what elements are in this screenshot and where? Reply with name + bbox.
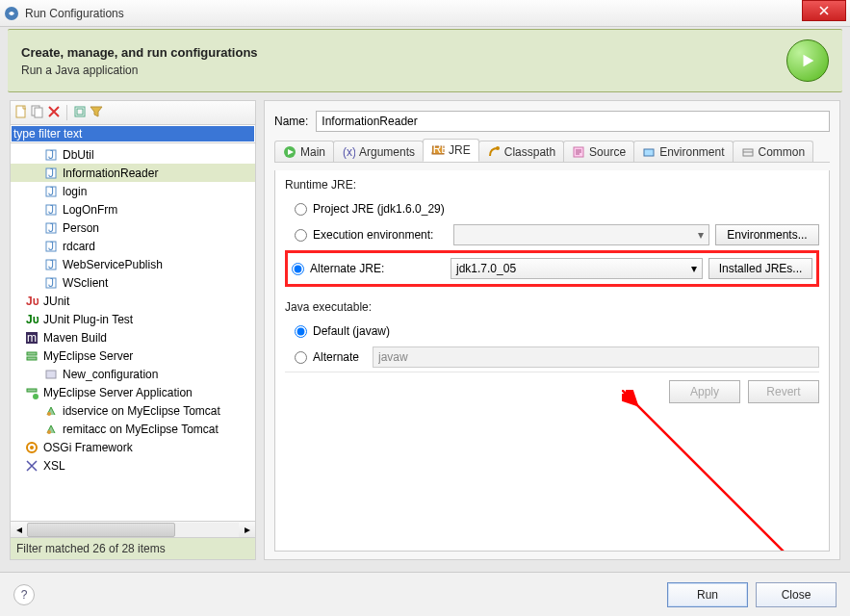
chevron-down-icon: ▾ — [698, 228, 704, 242]
tree-item-label: DbUtil — [63, 148, 94, 162]
exec-env-radio[interactable] — [295, 229, 307, 242]
chevron-down-icon: ▾ — [691, 262, 697, 275]
svg-point-34 — [30, 446, 34, 449]
jre-icon: JRE — [431, 143, 445, 157]
app-icon — [4, 6, 19, 21]
duplicate-config-icon[interactable] — [31, 105, 44, 121]
tree-item[interactable]: JυJUnit Plug-in Test — [11, 310, 255, 328]
svg-text:(x)=: (x)= — [343, 145, 355, 159]
svg-line-44 — [622, 390, 805, 552]
new-config-icon[interactable] — [14, 105, 28, 121]
svg-rect-26 — [27, 352, 37, 355]
tree-item[interactable]: Jrdcard — [11, 237, 255, 255]
default-exec-label: Default (javaw) — [313, 324, 390, 338]
runtime-jre-label: Runtime JRE: — [285, 178, 819, 192]
project-jre-radio[interactable] — [295, 203, 307, 216]
tree-item-label: rdcard — [63, 240, 95, 253]
highlight-box: Alternate JRE: jdk1.7.0_05 ▾ Installed J… — [285, 250, 819, 287]
tab-source[interactable]: Source — [563, 141, 634, 162]
apply-button[interactable]: Apply — [669, 380, 740, 403]
window-title: Run Configurations — [25, 7, 802, 20]
scroll-right-button[interactable]: ▸ — [239, 523, 255, 537]
svg-text:J: J — [48, 221, 54, 235]
tree-item-label: InformationReader — [63, 167, 158, 180]
junit-plug-icon: Jυ — [24, 312, 39, 327]
alternate-jre-radio[interactable] — [292, 263, 304, 275]
filter-input[interactable]: type filter text — [12, 126, 254, 141]
svg-text:J: J — [48, 167, 54, 180]
installed-jres-button[interactable]: Installed JREs... — [708, 258, 812, 279]
tab-main[interactable]: Main — [274, 141, 334, 162]
svg-text:J: J — [48, 185, 54, 198]
svg-text:Jυ: Jυ — [26, 313, 39, 326]
filter-icon[interactable] — [90, 105, 103, 121]
tree-item[interactable]: idservice on MyEclipse Tomcat — [11, 401, 255, 420]
svg-rect-3 — [35, 108, 42, 117]
java-app-icon: J — [43, 166, 59, 181]
svg-point-32 — [47, 430, 51, 434]
alternate-jre-combo[interactable]: jdk1.7.0_05 ▾ — [451, 258, 703, 279]
tree-item[interactable]: Jlogin — [11, 182, 255, 200]
tree-item[interactable]: JWebServicePublish — [11, 255, 255, 273]
tree-item[interactable]: OSGi Framework — [11, 438, 255, 456]
osgi-icon — [24, 440, 39, 455]
environments-button[interactable]: Environments... — [715, 224, 819, 245]
tree-item[interactable]: JPerson — [11, 218, 255, 237]
svg-point-31 — [47, 412, 51, 416]
tree-item-label: JUnit — [43, 295, 69, 308]
tree-item-label: New_configuration — [63, 368, 158, 381]
collapse-all-icon[interactable] — [73, 105, 87, 121]
config-tree[interactable]: JDbUtilJInformationReaderJloginJLogOnFrm… — [10, 143, 256, 522]
tree-item[interactable]: JDbUtil — [11, 145, 255, 164]
tree-item-label: LogOnFrm — [63, 203, 117, 217]
scroll-thumb[interactable] — [27, 523, 175, 537]
tree-item[interactable]: JLogOnFrm — [11, 200, 255, 218]
java-app-icon: J — [43, 184, 59, 199]
delete-config-icon[interactable] — [47, 105, 61, 121]
left-panel: type filter text JDbUtilJInformationRead… — [10, 100, 256, 560]
alternate-exec-radio[interactable] — [295, 351, 307, 364]
tab-jre[interactable]: JREJRE — [423, 139, 479, 162]
tree-item-label: Maven Build — [43, 331, 107, 345]
tree-item-label: OSGi Framework — [43, 441, 133, 454]
tree-item[interactable]: mMaven Build — [11, 328, 255, 346]
name-input[interactable] — [316, 111, 830, 132]
args-icon: (x)= — [342, 145, 355, 159]
tree-item[interactable]: XSL — [11, 456, 255, 475]
tree-item[interactable]: remitacc on MyEclipse Tomcat — [11, 420, 255, 438]
tab-classpath[interactable]: Classpath — [478, 141, 564, 162]
help-button[interactable]: ? — [13, 584, 35, 605]
window-close-button[interactable] — [802, 0, 846, 21]
server-icon — [24, 348, 39, 364]
tab-environment[interactable]: Environment — [633, 141, 733, 162]
tab-bar: Main(x)=ArgumentsJREJREClasspathSourceEn… — [274, 140, 830, 163]
exec-env-combo[interactable]: ▾ — [453, 224, 709, 245]
svg-rect-29 — [27, 389, 37, 392]
dialog-subtitle: Run a Java application — [21, 64, 786, 77]
close-button[interactable]: Close — [756, 582, 837, 607]
dialog-footer: ? Run Close — [0, 572, 850, 616]
tree-item[interactable]: New_configuration — [11, 365, 255, 383]
run-icon — [283, 145, 296, 159]
tab-common[interactable]: Common — [733, 141, 814, 162]
java-executable-label: Java executable: — [285, 300, 819, 314]
java-app-icon: J — [43, 257, 59, 272]
scroll-left-button[interactable]: ◂ — [11, 523, 27, 537]
tree-item[interactable]: MyEclipse Server Application — [11, 383, 255, 401]
svg-rect-5 — [77, 109, 83, 115]
tab-label: JRE — [449, 143, 471, 157]
java-app-icon: J — [43, 147, 59, 163]
tab-label: Arguments — [359, 145, 415, 159]
tree-item[interactable]: JυJUnit — [11, 292, 255, 310]
tree-item-label: XSL — [43, 459, 65, 473]
tree-item[interactable]: JInformationReader — [11, 164, 255, 182]
tree-item-label: WSclient — [63, 276, 108, 290]
tab-arguments[interactable]: (x)=Arguments — [333, 141, 424, 162]
revert-button[interactable]: Revert — [748, 380, 819, 403]
run-button[interactable]: Run — [667, 582, 748, 607]
tree-item[interactable]: MyEclipse Server — [11, 346, 255, 365]
tree-scrollbar-horizontal[interactable]: ◂ ▸ — [10, 522, 256, 538]
tree-item[interactable]: JWSclient — [11, 273, 255, 292]
default-exec-radio[interactable] — [295, 325, 307, 338]
tree-item-label: MyEclipse Server — [43, 349, 133, 363]
